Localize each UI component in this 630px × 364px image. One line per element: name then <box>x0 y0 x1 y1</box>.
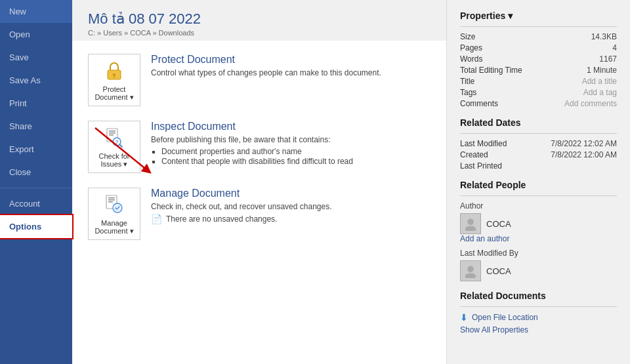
prop-size-label: Size <box>460 32 532 41</box>
sections-area: ProtectDocument ▾ Protect Document Contr… <box>72 41 446 254</box>
open-file-location-label: Open File Location <box>472 313 538 322</box>
inspect-section: ? Check forIssues ▾ Inspect Document Bef… <box>88 114 430 180</box>
sidebar-item-close[interactable]: Close <box>0 161 72 184</box>
breadcrumb: C: » Users » COCA » Downloads <box>88 29 430 37</box>
prop-pages-value: 4 <box>612 43 617 52</box>
protect-button[interactable]: ProtectDocument ▾ <box>88 54 140 106</box>
main-body: Mô tả 08 07 2022 C: » Users » COCA » Dow… <box>72 0 446 364</box>
properties-title-row: Title Add a title <box>460 77 617 86</box>
svg-rect-12 <box>108 199 115 201</box>
sidebar-item-account[interactable]: Account <box>0 192 72 215</box>
manage-button[interactable]: ManageDocument ▾ <box>88 188 140 240</box>
inspect-title: Inspect Document <box>151 121 353 132</box>
add-author-link[interactable]: Add an author <box>460 234 617 243</box>
properties-size-row: Size 14.3KB <box>460 32 617 41</box>
properties-tags-row: Tags Add a tag <box>460 88 617 97</box>
inspect-item-1: Document properties and author's name <box>161 147 353 156</box>
prop-pages-label: Pages <box>460 43 532 52</box>
svg-line-9 <box>119 144 122 147</box>
author-row: Author COCA Add an author <box>460 201 617 243</box>
sidebar-item-save[interactable]: Save <box>0 46 72 69</box>
main-header: Mô tả 08 07 2022 C: » Users » COCA » Dow… <box>72 0 446 41</box>
svg-point-1 <box>113 73 116 76</box>
inspect-button[interactable]: ? Check forIssues ▾ <box>88 121 140 173</box>
prop-title-label: Title <box>460 77 532 86</box>
sidebar-divider <box>0 188 72 188</box>
manage-button-label: ManageDocument ▾ <box>94 219 133 235</box>
prop-size-value: 14.3KB <box>591 32 617 41</box>
last-modified-by-label: Last Modified By <box>460 249 617 258</box>
author-name: COCA <box>486 219 511 229</box>
last-modified-by-row: Last Modified By COCA <box>460 249 617 281</box>
properties-title: Properties ▾ <box>460 10 617 21</box>
svg-point-17 <box>467 266 474 272</box>
properties-words-row: Words 1167 <box>460 54 617 64</box>
svg-point-15 <box>467 218 474 225</box>
open-file-location-icon: ⬇ <box>460 312 468 323</box>
author-label: Author <box>460 201 617 211</box>
properties-pages-row: Pages 4 <box>460 43 617 52</box>
sidebar-item-print[interactable]: Print <box>0 92 72 115</box>
manage-title: Manage Document <box>151 188 332 199</box>
protect-button-label: ProtectDocument ▾ <box>94 85 133 102</box>
protect-text: Protect Document Control what types of c… <box>151 54 381 80</box>
right-panel: Properties ▾ Size 14.3KB Pages 4 Words 1… <box>446 0 630 364</box>
sidebar-item-share[interactable]: Share <box>0 115 72 138</box>
sidebar-item-options[interactable]: Options <box>0 215 72 238</box>
svg-rect-13 <box>108 201 113 203</box>
last-modified-label: Last Modified <box>460 139 532 148</box>
open-file-location-link[interactable]: ⬇ Open File Location <box>460 312 617 323</box>
manage-sub-icon: 📄 <box>151 214 162 224</box>
protect-icon <box>102 59 126 83</box>
related-people-title: Related People <box>460 180 617 190</box>
last-modified-avatar <box>460 260 481 281</box>
last-modified-avatar-icon <box>463 264 478 278</box>
last-modified-by-name: COCA <box>486 266 511 276</box>
manage-icon <box>102 193 126 216</box>
created-value: 7/8/2022 12:00 AM <box>551 150 617 159</box>
related-dates-title: Related Dates <box>460 117 617 128</box>
related-documents-divider <box>460 306 617 307</box>
related-documents-title: Related Documents <box>460 291 617 301</box>
prop-tags-value[interactable]: Add a tag <box>583 88 617 97</box>
prop-words-label: Words <box>460 54 532 64</box>
sidebar-item-save-as[interactable]: Save As <box>0 69 72 92</box>
prop-comments-value[interactable]: Add comments <box>564 99 617 108</box>
manage-sub: 📄 There are no unsaved changes. <box>151 214 332 224</box>
show-all-properties-link[interactable]: Show All Properties <box>460 325 617 334</box>
protect-description: Control what types of changes people can… <box>151 68 381 77</box>
svg-rect-4 <box>109 131 116 132</box>
manage-text: Manage Document Check in, check out, and… <box>151 188 332 224</box>
manage-section: ManageDocument ▾ Manage Document Check i… <box>88 181 430 247</box>
prop-comments-label: Comments <box>460 99 532 108</box>
manage-sub-text: There are no unsaved changes. <box>166 214 277 224</box>
last-modified-value: 7/8/2022 12:02 AM <box>551 139 617 148</box>
svg-point-16 <box>465 226 476 231</box>
properties-divider <box>460 26 617 27</box>
prop-title-value[interactable]: Add a title <box>582 77 617 86</box>
related-people-divider <box>460 195 617 196</box>
inspect-list: Document properties and author's name Co… <box>161 147 353 166</box>
last-modified-by-info: COCA <box>460 260 617 281</box>
inspect-text: Inspect Document Before publishing this … <box>151 121 353 167</box>
author-avatar <box>460 213 481 234</box>
created-row: Created 7/8/2022 12:00 AM <box>460 150 617 159</box>
sidebar-item-export[interactable]: Export <box>0 138 72 161</box>
sidebar-item-open[interactable]: Open <box>0 23 72 46</box>
svg-rect-5 <box>109 132 116 134</box>
properties-editing-row: Total Editing Time 1 Minute <box>460 66 617 75</box>
created-label: Created <box>460 150 532 159</box>
prop-editing-label: Total Editing Time <box>460 66 532 75</box>
inspect-icon: ? <box>102 126 126 150</box>
svg-rect-6 <box>109 134 114 136</box>
page-title: Mô tả 08 07 2022 <box>88 10 430 28</box>
prop-words-value: 1167 <box>599 54 617 64</box>
inspect-item-2: Content that people with disabilities fi… <box>161 157 353 166</box>
protect-section: ProtectDocument ▾ Protect Document Contr… <box>88 47 430 113</box>
author-info: COCA <box>460 213 617 234</box>
properties-comments-row: Comments Add comments <box>460 99 617 108</box>
inspect-button-label: Check forIssues ▾ <box>98 152 129 169</box>
last-printed-label: Last Printed <box>460 161 532 171</box>
svg-text:?: ? <box>116 139 119 145</box>
sidebar-item-new[interactable]: New <box>0 0 72 23</box>
